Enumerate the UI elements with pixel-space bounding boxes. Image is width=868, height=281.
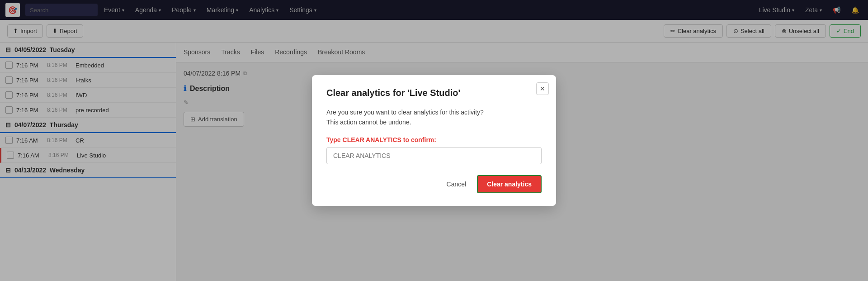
modal-overlay[interactable]: Clear analytics for 'Live Studio' ✕ Are … <box>0 0 868 281</box>
modal-close-button[interactable]: ✕ <box>536 82 549 95</box>
modal-title: Clear analytics for 'Live Studio' <box>326 88 542 98</box>
modal: Clear analytics for 'Live Studio' ✕ Are … <box>312 75 556 206</box>
modal-confirm-button[interactable]: Clear analytics <box>477 175 542 193</box>
modal-footer: Cancel Clear analytics <box>326 175 542 193</box>
modal-body: Are you sure you want to clear analytics… <box>326 107 542 128</box>
modal-body-line2: This action cannot be undone. <box>326 117 542 127</box>
modal-confirm-label: Type CLEAR ANALYTICS to confirm: <box>326 136 542 143</box>
modal-confirmation-input[interactable] <box>326 147 542 164</box>
modal-cancel-button[interactable]: Cancel <box>441 177 472 191</box>
modal-body-line1: Are you sure you want to clear analytics… <box>326 107 542 117</box>
